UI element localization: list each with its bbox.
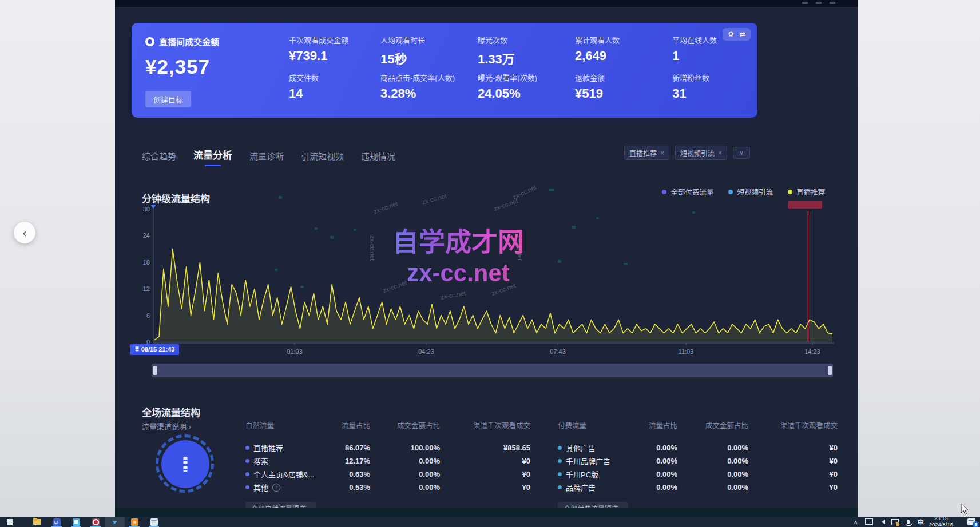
table-row: 搜索12.17%0.00%¥0	[245, 454, 530, 468]
video-artifact	[300, 286, 304, 288]
app-lt-button[interactable]: LT	[47, 517, 66, 527]
network-icon[interactable]	[865, 518, 873, 526]
pointer-icon: ➤	[112, 517, 119, 526]
row-name: 个人主页&店铺&...	[245, 469, 331, 480]
legend-item[interactable]: 短视频引流	[728, 186, 773, 197]
speaker-icon[interactable]	[878, 518, 886, 526]
channel-label: 个人主页&店铺&...	[253, 469, 314, 480]
hidden-icons-chevron[interactable]: ∧	[852, 518, 860, 526]
channel-gpm: ¥0	[748, 457, 838, 465]
metric-value: 2,649	[575, 49, 666, 63]
metric: 新增粉丝数31	[672, 72, 721, 110]
remove-tag-icon[interactable]: ×	[660, 149, 664, 157]
tab-流量分析[interactable]: 流量分析	[193, 147, 232, 166]
legend-label: 全部付费流量	[670, 186, 713, 197]
filter-tag: 直播推荐×	[624, 146, 669, 160]
remove-tag-icon[interactable]: ×	[718, 149, 722, 157]
start-button[interactable]	[0, 517, 19, 527]
tab-综合趋势[interactable]: 综合趋势	[142, 150, 176, 166]
table-row: 千川品牌广告0.00%0.00%¥0	[558, 454, 838, 468]
legend-dot	[662, 190, 666, 194]
back-button[interactable]: ‹	[14, 222, 35, 243]
tab-流量诊断[interactable]: 流量诊断	[249, 150, 284, 166]
notification-icon[interactable]: 3	[967, 518, 975, 525]
gear-icon[interactable]: ⚙	[728, 30, 734, 38]
traffic-share: 12.17%	[331, 457, 370, 465]
info-icon[interactable]: ?	[272, 484, 280, 492]
traffic-line-chart[interactable]: 302418126001:0304:2307:4311:0314:23	[137, 200, 838, 359]
video-artifact	[624, 263, 628, 265]
metric-label: 成交件数	[289, 72, 375, 83]
metric-value: ¥739.1	[289, 49, 375, 63]
natural-traffic-table: 自然流量流量占比成交金额占比渠道千次观看成交直播推荐86.07%100.00%¥…	[245, 420, 530, 515]
create-goal-button[interactable]: 创建目标	[145, 91, 191, 107]
row-name: 直播推荐	[245, 442, 331, 453]
channel-info-link[interactable]: 流量渠道说明 ›	[142, 421, 191, 432]
microphone-icon[interactable]	[904, 518, 912, 526]
screen: ‹ 直播间成交金额 ¥2,357 创建目标 千次观看成交金额¥739.1人均观看…	[0, 0, 980, 527]
swap-icon[interactable]: ⇄	[740, 30, 745, 38]
app-tray-icon[interactable]	[891, 518, 899, 526]
col-header: 渠道千次观看成交	[440, 420, 530, 430]
legend-item[interactable]: 直播推荐	[788, 186, 825, 197]
channel-label: 其他	[253, 482, 268, 493]
traffic-share: 0.00%	[638, 483, 677, 492]
table-row: 其他?0.53%0.00%¥0	[245, 481, 530, 494]
gmv-share: 0.00%	[370, 470, 440, 478]
channel-gpm: ¥0	[440, 483, 530, 492]
video-artifact	[315, 227, 318, 230]
metric: 千次观看成交金额¥739.1	[289, 34, 375, 72]
clock[interactable]: 23:13 2024/8/16	[929, 516, 953, 527]
window-top-bar	[115, 0, 858, 7]
metric-label: 退款金额	[575, 72, 666, 83]
app-red-button[interactable]	[86, 517, 105, 527]
app-pointer-button[interactable]: ➤	[105, 517, 125, 527]
file-explorer-button[interactable]	[27, 517, 47, 527]
y-tick-label: 6	[146, 312, 150, 319]
metric-value: 14	[289, 86, 375, 101]
video-artifact	[692, 211, 695, 214]
time-start-badge[interactable]: ⠿ 08/15 21:43	[130, 344, 179, 355]
traffic-share: 0.63%	[331, 470, 370, 478]
tab-违规情况[interactable]: 违规情况	[361, 150, 395, 166]
app-orange-button[interactable]	[125, 517, 144, 527]
blue-app-icon	[73, 518, 80, 526]
col-name-header: 付费流量	[558, 420, 638, 430]
x-tick-label: 14:23	[804, 348, 820, 355]
chevron-down-icon[interactable]: ∨	[733, 147, 750, 159]
col-header: 渠道千次观看成交	[748, 420, 838, 430]
filter-tag-label: 直播推荐	[629, 148, 657, 158]
channel-dot	[558, 485, 562, 489]
video-artifact	[558, 260, 561, 263]
metric: 累计观看人数2,649	[575, 34, 666, 72]
slider-handle-right[interactable]	[828, 366, 832, 375]
row-name: 千川PC版	[558, 469, 638, 480]
gmv-share: 0.00%	[677, 444, 748, 452]
folder-icon	[33, 519, 41, 525]
axis-arrow-icon	[150, 205, 156, 209]
metric-value: 3.28%	[380, 86, 472, 101]
channel-dot	[558, 446, 562, 450]
ime-indicator[interactable]: 中	[918, 517, 924, 526]
app-notepad-button[interactable]	[144, 517, 164, 527]
gmv-share: 0.00%	[677, 457, 748, 465]
tab-引流短视频[interactable]: 引流短视频	[301, 150, 344, 166]
traffic-donut-chart	[159, 438, 212, 490]
metric-label: 人均观看时长	[380, 34, 472, 45]
traffic-share: 0.00%	[638, 457, 677, 465]
full-structure-title: 全场流量结构	[142, 405, 200, 419]
slider-handle-left[interactable]	[153, 366, 157, 375]
channel-dot	[245, 446, 249, 450]
notification-badge: 3	[973, 521, 979, 527]
chart-range-slider[interactable]	[152, 364, 833, 377]
table-row: 直播推荐86.07%100.00%¥858.65	[245, 441, 530, 454]
mouse-cursor	[960, 503, 969, 516]
metric-label: 千次观看成交金额	[289, 34, 375, 45]
table-row: 千川PC版0.00%0.00%¥0	[558, 468, 838, 481]
gmv-share: 0.00%	[677, 483, 748, 492]
channel-label: 其他广告	[566, 442, 596, 453]
app-todesk-button[interactable]	[66, 517, 86, 527]
metric-label: 曝光-观看率(次数)	[478, 72, 569, 83]
legend-item[interactable]: 全部付费流量	[662, 186, 713, 197]
metric: 商品点击-成交率(人数)3.28%	[380, 72, 472, 110]
